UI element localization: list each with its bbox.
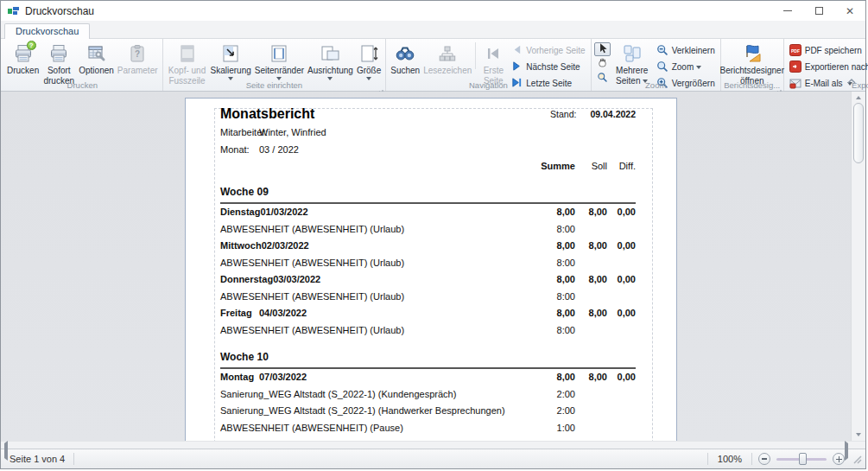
collapse-ribbon-button[interactable]	[846, 73, 857, 88]
header-footer-icon	[177, 42, 198, 65]
minimize-button[interactable]	[772, 1, 803, 21]
vertical-scrollbar[interactable]	[851, 92, 865, 441]
diff-value: 0,00	[607, 372, 636, 382]
summe-value: 8,00	[530, 274, 575, 284]
title-bar: Druckvorschau ✕	[1, 1, 865, 21]
ausrichtung-button[interactable]: Ausrichtung	[306, 41, 355, 80]
diff-value: 0,00	[607, 308, 636, 318]
pdf-speichern-button[interactable]: PDF PDF speichern	[787, 43, 868, 58]
druckvorschau-window: Druckvorschau ✕ Druckvorschau ? Drucken	[0, 0, 866, 469]
mehrere-seiten-button[interactable]: Mehrere Seiten	[611, 41, 654, 86]
zoom-slider[interactable]	[776, 453, 827, 465]
suchen-label: Suchen	[390, 66, 420, 76]
chevron-down-icon	[228, 77, 233, 80]
zoom-out-button[interactable]	[758, 453, 770, 465]
close-icon: ✕	[846, 6, 854, 16]
ribbon-tabstrip: Druckvorschau	[1, 21, 865, 38]
skalierung-label: Skalierung	[211, 66, 251, 76]
maximize-icon	[815, 7, 823, 15]
lesezeichen-label: Lesezeichen	[423, 66, 472, 76]
group-label-berichtsdesigner: Berichtsdesig...	[721, 80, 783, 90]
ribbon-group-seite-einrichten: Kopf- und Fusszeile Skalierung Seitenrän…	[163, 39, 387, 91]
ribbon-group-navigation: Suchen Lesezeichen Erste Seite Vorherige…	[386, 39, 591, 91]
scroll-up-icon[interactable]	[852, 92, 865, 104]
entry-text: ABWESENHEIT (ABWESENHEIT) (Urlaub)	[220, 258, 530, 268]
maximize-button[interactable]	[803, 1, 834, 21]
kopf-fusszeile-button: Kopf- und Fusszeile	[166, 41, 209, 86]
naechste-seite-button[interactable]: Nächste Seite	[509, 60, 587, 74]
minimize-icon	[783, 10, 792, 11]
printer-question-icon: ?	[13, 42, 34, 65]
page-size-icon	[358, 42, 379, 65]
vorherige-seite-label: Vorherige Seite	[526, 46, 585, 55]
soll-value: 8,00	[575, 308, 607, 318]
entry-time: 8:00	[530, 258, 575, 268]
binoculars-icon	[395, 42, 415, 65]
horizontal-scrollbar[interactable]	[1, 441, 865, 449]
week-header: Woche 09	[220, 186, 636, 198]
options-wrench-icon	[86, 42, 107, 65]
entry-row: ABWESENHEIT (ABWESENHEIT) (Pause)1:00	[220, 423, 636, 440]
entry-time: 1:00	[530, 423, 575, 433]
drucken-label: Drucken	[7, 66, 39, 76]
drucken-button[interactable]: ? Drucken	[5, 41, 41, 76]
ribbon-group-drucken: ? Drucken Sofort drucken Optionen ?	[3, 39, 163, 91]
suchen-button[interactable]: Suchen	[389, 41, 421, 76]
week-header: Woche 10	[220, 351, 636, 363]
monat-label: Monat:	[220, 144, 259, 155]
day-name: Mittwoch	[220, 240, 262, 251]
pointer-tool-button[interactable]	[594, 42, 611, 56]
entry-time: 8:00	[530, 224, 575, 234]
seitenraender-button[interactable]: Seitenränder	[253, 41, 306, 80]
separator	[707, 453, 708, 465]
page-margins-icon	[269, 42, 289, 65]
week-section: Woche 10Montag07/03/20228,008,000,00Sani…	[220, 351, 636, 441]
verkleinern-button[interactable]: Verkleinern	[654, 43, 718, 58]
orientation-icon	[320, 42, 340, 65]
pdf-icon: PDF	[789, 44, 801, 58]
zoom-in-button[interactable]	[833, 453, 845, 465]
soll-value: 8,00	[575, 240, 607, 251]
day-date: 03/03/2022	[273, 274, 530, 284]
day-row: Mittwoch02/03/20228,008,000,00	[220, 240, 636, 258]
chevron-down-icon	[366, 77, 371, 80]
printer-icon	[48, 42, 69, 65]
groesse-button[interactable]: Größe	[355, 41, 383, 80]
berichtsdesigner-button[interactable]: Berichtsdesigner öffnen	[724, 41, 781, 86]
scroll-left-icon[interactable]	[4, 443, 8, 459]
close-button[interactable]: ✕	[834, 1, 865, 21]
soll-value: 8,00	[575, 372, 607, 382]
first-page-icon	[485, 42, 501, 65]
optionen-label: Optionen	[79, 66, 114, 76]
zoom-button[interactable]: Zoom	[654, 60, 718, 74]
soll-value: 8,00	[575, 207, 607, 217]
report-weeks: Woche 09Dienstag01/03/20228,008,000,00AB…	[220, 186, 636, 441]
skalierung-button[interactable]: Skalierung	[209, 41, 253, 80]
day-name: Freitag	[220, 308, 259, 318]
entry-row: ABWESENHEIT (ABWESENHEIT) (Urlaub)8:00	[220, 258, 636, 275]
svg-text:PDF: PDF	[791, 48, 800, 53]
stand-value: 09.04.2022	[590, 109, 636, 119]
svg-text:?: ?	[135, 49, 140, 59]
scroll-down-icon[interactable]	[852, 429, 865, 441]
window-title: Druckvorschau	[25, 5, 94, 17]
resize-grip[interactable]	[851, 453, 863, 465]
zoom-slider-thumb[interactable]	[799, 453, 807, 465]
multiple-pages-icon	[622, 42, 643, 65]
ribbon: ? Drucken Sofort drucken Optionen ?	[1, 38, 865, 92]
optionen-button[interactable]: Optionen	[77, 41, 116, 76]
sofort-drucken-button[interactable]: Sofort drucken	[41, 41, 77, 86]
week-rule	[220, 367, 636, 369]
hand-icon	[597, 56, 608, 72]
entry-text: ABWESENHEIT (ABWESENHEIT) (Urlaub)	[220, 325, 530, 335]
hand-tool-button[interactable]	[594, 57, 611, 71]
previous-page-icon	[511, 44, 523, 57]
vertical-scrollbar-thumb[interactable]	[853, 103, 864, 163]
ribbon-group-berichtsdesigner: Berichtsdesigner öffnen Berichtsdesig...	[721, 39, 784, 91]
tab-druckvorschau[interactable]: Druckvorschau	[4, 23, 90, 39]
plus-icon	[836, 456, 842, 462]
stand-label: Stand:	[550, 109, 576, 119]
entry-text: ABWESENHEIT (ABWESENHEIT) (Pause)	[220, 423, 530, 433]
entry-row: Sanierung_WEG Altstadt (S_2022-1) (Handw…	[220, 405, 636, 423]
scroll-right-icon[interactable]	[845, 443, 848, 459]
